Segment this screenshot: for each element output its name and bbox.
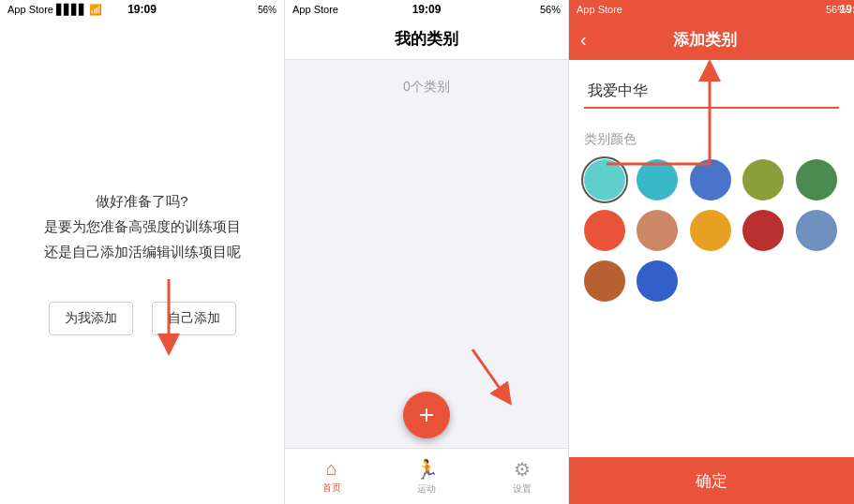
color-swatch-5[interactable] [584,210,625,251]
tab-settings-label: 设置 [513,482,532,496]
nav-bar-3: ‹ 添加类别 [569,19,854,60]
screen3-title: 添加类别 [594,29,817,51]
exercise-icon: 🏃 [415,458,439,481]
screen1-body: 做好准备了吗? 是要为您准备高强度的训练项目 还是自己添加活编辑训练项目呢 为我… [0,19,284,504]
tab-home-label: 首页 [322,482,341,495]
color-swatch-1[interactable] [637,159,678,200]
screen3: App Store 19:09 56% ‹ 添加类别 类别颜色 确定 [568,0,854,504]
settings-icon: ⚙ [514,458,531,481]
screen1: App Store ▋▋▋▋ 📶 19:09 56% 做好准备了吗? 是要为您准… [0,0,284,504]
back-button[interactable]: ‹ [580,29,587,51]
confirm-button[interactable]: 确定 [569,457,854,504]
color-grid [584,159,839,302]
tab-settings[interactable]: ⚙ 设置 [513,458,532,496]
screen1-description: 做好准备了吗? 是要为您准备高强度的训练项目 还是自己添加活编辑训练项目呢 [44,188,241,264]
app-store-label-1: App Store [7,4,53,15]
tab-bar: ⌂ 首页 🏃 运动 ⚙ 设置 [285,448,568,504]
tab-exercise-label: 运动 [417,482,436,496]
signal-icon-1: ▋▋▋▋ [56,4,86,16]
color-swatch-7[interactable] [690,210,731,251]
tab-exercise[interactable]: 🏃 运动 [415,458,439,496]
color-section-label: 类别颜色 [584,131,839,148]
color-swatch-11[interactable] [637,260,678,302]
color-swatch-10[interactable] [584,260,625,302]
home-icon: ⌂ [325,458,337,480]
for-me-button[interactable]: 为我添加 [49,302,133,335]
color-swatch-0[interactable] [584,159,625,200]
app-store-label-2: App Store [292,4,338,15]
tab-home[interactable]: ⌂ 首页 [322,458,341,495]
color-swatch-9[interactable] [796,210,837,251]
screen3-body: 类别颜色 [569,60,854,504]
time-1: 19:09 [127,3,157,16]
battery-2: 56% [540,4,561,15]
color-swatch-3[interactable] [742,159,784,200]
category-count: 0个类别 [403,79,450,96]
screen2: App Store 19:09 56% 我的类别 0个类别 + ⌂ 首页 🏃 运… [284,0,568,504]
time-3: 19:09 [840,3,854,16]
fab-button[interactable]: + [403,392,450,438]
app-store-label-3: App Store [577,4,622,15]
color-swatch-6[interactable] [637,210,678,251]
nav-bar-2: 我的类别 [285,19,568,60]
screen2-body: 0个类别 [285,60,568,448]
color-swatch-2[interactable] [690,159,731,200]
screen2-title: 我的类别 [395,28,458,50]
status-bar-3: App Store 19:09 56% [569,0,854,19]
status-bar-1: App Store ▋▋▋▋ 📶 19:09 56% [0,0,284,19]
status-bar-2: App Store 19:09 56% [285,0,568,19]
category-name-input[interactable] [584,75,839,109]
time-2: 19:09 [412,3,442,16]
screen1-line2: 是要为您准备高强度的训练项目 [44,214,241,239]
status-left-1: App Store ▋▋▋▋ 📶 [7,4,102,16]
color-swatch-4[interactable] [796,159,837,200]
status-right-1: 56% [258,5,277,15]
screen1-line1: 做好准备了吗? [44,188,241,214]
self-add-button[interactable]: 自己添加 [152,302,236,335]
screen1-buttons: 为我添加 自己添加 [49,302,236,335]
wifi-icon-1: 📶 [89,4,102,16]
battery-1: 56% [258,5,277,15]
screen1-line3: 还是自己添加活编辑训练项目呢 [44,239,241,264]
color-swatch-8[interactable] [742,210,784,251]
